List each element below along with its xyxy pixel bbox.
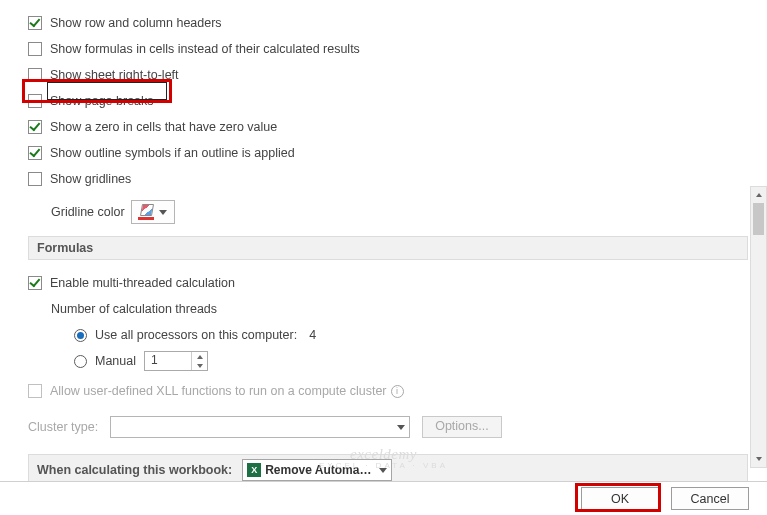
scroll-down-button[interactable] (751, 451, 766, 467)
label-gridline-color: Gridline color (51, 205, 125, 219)
option-show-rtl[interactable]: Show sheet right-to-left (28, 62, 732, 88)
ok-button[interactable]: OK (581, 487, 659, 510)
chevron-down-icon (159, 210, 167, 215)
label-num-threads: Number of calculation threads (51, 302, 217, 316)
checkbox-icon[interactable] (28, 16, 42, 30)
option-show-outline[interactable]: Show outline symbols if an outline is ap… (28, 140, 732, 166)
label-enable-multithread: Enable multi-threaded calculation (50, 276, 235, 290)
option-show-zero[interactable]: Show a zero in cells that have zero valu… (28, 114, 732, 140)
gridline-color-button[interactable] (131, 200, 175, 224)
label-cluster-type: Cluster type: (28, 420, 98, 434)
info-icon[interactable]: i (391, 385, 404, 398)
radio-icon[interactable] (74, 329, 87, 342)
fill-color-icon (138, 205, 154, 219)
workbook-combo[interactable]: X Remove Automatic... (242, 459, 392, 481)
label-allow-xll: Allow user-defined XLL functions to run … (50, 384, 387, 398)
chevron-down-icon (379, 468, 387, 473)
vertical-scrollbar[interactable] (750, 186, 767, 468)
option-show-headers[interactable]: Show row and column headers (28, 10, 732, 36)
scroll-up-button[interactable] (751, 187, 766, 203)
option-enable-multithread[interactable]: Enable multi-threaded calculation (28, 270, 732, 296)
option-manual-threads[interactable]: Manual 1 (28, 348, 732, 374)
chevron-down-icon (197, 364, 203, 368)
chevron-down-icon (397, 425, 405, 430)
excel-icon: X (247, 463, 261, 477)
label-num-threads-row: Number of calculation threads (28, 296, 732, 322)
chevron-up-icon (756, 193, 762, 197)
value-processor-count: 4 (309, 328, 316, 342)
checkbox-icon[interactable] (28, 42, 42, 56)
label-manual: Manual (95, 354, 136, 368)
chevron-down-icon (756, 457, 762, 461)
checkbox-icon (28, 384, 42, 398)
section-formulas: Formulas (28, 236, 748, 260)
label-show-formulas: Show formulas in cells instead of their … (50, 42, 360, 56)
spinner-up-button[interactable] (192, 352, 207, 361)
spinner-down-button[interactable] (192, 361, 207, 370)
scroll-thumb[interactable] (753, 203, 764, 235)
label-show-rtl: Show sheet right-to-left (50, 68, 179, 82)
option-show-formulas[interactable]: Show formulas in cells instead of their … (28, 36, 732, 62)
option-allow-xll: Allow user-defined XLL functions to run … (28, 378, 732, 404)
spinner-value: 1 (145, 352, 191, 370)
option-show-page-breaks[interactable]: Show page breaks (28, 88, 732, 114)
manual-threads-spinner[interactable]: 1 (144, 351, 208, 371)
option-show-gridlines[interactable]: Show gridlines (28, 166, 732, 192)
cluster-type-row: Cluster type: Options... (28, 416, 732, 438)
scroll-track[interactable] (751, 203, 766, 451)
option-use-all-processors[interactable]: Use all processors on this computer: 4 (28, 322, 732, 348)
radio-icon[interactable] (74, 355, 87, 368)
workbook-name: Remove Automatic... (265, 463, 375, 477)
label-show-page-breaks: Show page breaks (50, 94, 154, 108)
label-show-zero: Show a zero in cells that have zero valu… (50, 120, 277, 134)
checkbox-icon[interactable] (28, 172, 42, 186)
checkbox-icon[interactable] (28, 276, 42, 290)
checkbox-icon[interactable] (28, 146, 42, 160)
label-show-gridlines: Show gridlines (50, 172, 131, 186)
checkbox-icon[interactable] (28, 68, 42, 82)
label-use-all: Use all processors on this computer: (95, 328, 297, 342)
gridline-color-row: Gridline color (28, 194, 732, 230)
dialog-footer: OK Cancel (0, 481, 767, 515)
checkbox-icon[interactable] (28, 94, 42, 108)
cluster-options-button: Options... (422, 416, 502, 438)
chevron-up-icon (197, 355, 203, 359)
checkbox-icon[interactable] (28, 120, 42, 134)
cancel-button[interactable]: Cancel (671, 487, 749, 510)
label-when-calculating: When calculating this workbook: (37, 463, 232, 477)
label-show-outline: Show outline symbols if an outline is ap… (50, 146, 295, 160)
label-show-headers: Show row and column headers (50, 16, 222, 30)
cluster-type-combo[interactable] (110, 416, 410, 438)
